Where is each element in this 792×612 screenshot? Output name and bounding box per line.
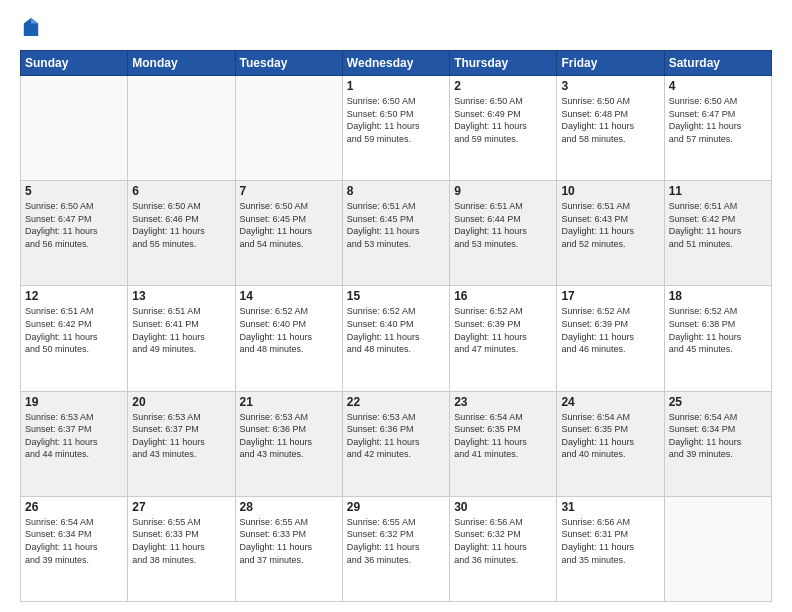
- day-number: 25: [669, 395, 767, 409]
- weekday-header-thursday: Thursday: [450, 51, 557, 76]
- day-info: Sunrise: 6:50 AM Sunset: 6:45 PM Dayligh…: [240, 200, 338, 250]
- svg-marker-1: [31, 18, 38, 23]
- calendar-day-cell: 12Sunrise: 6:51 AM Sunset: 6:42 PM Dayli…: [21, 286, 128, 391]
- day-info: Sunrise: 6:51 AM Sunset: 6:41 PM Dayligh…: [132, 305, 230, 355]
- day-number: 4: [669, 79, 767, 93]
- calendar-day-cell: 14Sunrise: 6:52 AM Sunset: 6:40 PM Dayli…: [235, 286, 342, 391]
- calendar-day-cell: 27Sunrise: 6:55 AM Sunset: 6:33 PM Dayli…: [128, 496, 235, 601]
- day-info: Sunrise: 6:50 AM Sunset: 6:50 PM Dayligh…: [347, 95, 445, 145]
- day-number: 6: [132, 184, 230, 198]
- day-number: 12: [25, 289, 123, 303]
- day-number: 28: [240, 500, 338, 514]
- calendar-week-row: 12Sunrise: 6:51 AM Sunset: 6:42 PM Dayli…: [21, 286, 772, 391]
- day-info: Sunrise: 6:53 AM Sunset: 6:37 PM Dayligh…: [25, 411, 123, 461]
- calendar-day-cell: [664, 496, 771, 601]
- day-info: Sunrise: 6:51 AM Sunset: 6:44 PM Dayligh…: [454, 200, 552, 250]
- calendar-day-cell: 19Sunrise: 6:53 AM Sunset: 6:37 PM Dayli…: [21, 391, 128, 496]
- day-info: Sunrise: 6:53 AM Sunset: 6:36 PM Dayligh…: [347, 411, 445, 461]
- day-info: Sunrise: 6:52 AM Sunset: 6:39 PM Dayligh…: [454, 305, 552, 355]
- day-number: 22: [347, 395, 445, 409]
- calendar-day-cell: 3Sunrise: 6:50 AM Sunset: 6:48 PM Daylig…: [557, 76, 664, 181]
- calendar-day-cell: 21Sunrise: 6:53 AM Sunset: 6:36 PM Dayli…: [235, 391, 342, 496]
- day-number: 7: [240, 184, 338, 198]
- day-number: 23: [454, 395, 552, 409]
- calendar-day-cell: 6Sunrise: 6:50 AM Sunset: 6:46 PM Daylig…: [128, 181, 235, 286]
- calendar-day-cell: 8Sunrise: 6:51 AM Sunset: 6:45 PM Daylig…: [342, 181, 449, 286]
- calendar-day-cell: [21, 76, 128, 181]
- calendar-day-cell: 24Sunrise: 6:54 AM Sunset: 6:35 PM Dayli…: [557, 391, 664, 496]
- calendar-day-cell: 11Sunrise: 6:51 AM Sunset: 6:42 PM Dayli…: [664, 181, 771, 286]
- calendar-week-row: 5Sunrise: 6:50 AM Sunset: 6:47 PM Daylig…: [21, 181, 772, 286]
- calendar-week-row: 1Sunrise: 6:50 AM Sunset: 6:50 PM Daylig…: [21, 76, 772, 181]
- day-number: 2: [454, 79, 552, 93]
- day-info: Sunrise: 6:50 AM Sunset: 6:46 PM Dayligh…: [132, 200, 230, 250]
- day-number: 5: [25, 184, 123, 198]
- calendar-day-cell: 9Sunrise: 6:51 AM Sunset: 6:44 PM Daylig…: [450, 181, 557, 286]
- calendar-day-cell: 31Sunrise: 6:56 AM Sunset: 6:31 PM Dayli…: [557, 496, 664, 601]
- day-info: Sunrise: 6:54 AM Sunset: 6:34 PM Dayligh…: [669, 411, 767, 461]
- day-number: 14: [240, 289, 338, 303]
- day-info: Sunrise: 6:51 AM Sunset: 6:45 PM Dayligh…: [347, 200, 445, 250]
- weekday-header-tuesday: Tuesday: [235, 51, 342, 76]
- calendar-day-cell: 10Sunrise: 6:51 AM Sunset: 6:43 PM Dayli…: [557, 181, 664, 286]
- day-info: Sunrise: 6:50 AM Sunset: 6:47 PM Dayligh…: [669, 95, 767, 145]
- calendar-day-cell: 22Sunrise: 6:53 AM Sunset: 6:36 PM Dayli…: [342, 391, 449, 496]
- day-info: Sunrise: 6:51 AM Sunset: 6:42 PM Dayligh…: [25, 305, 123, 355]
- weekday-header-friday: Friday: [557, 51, 664, 76]
- calendar-day-cell: 15Sunrise: 6:52 AM Sunset: 6:40 PM Dayli…: [342, 286, 449, 391]
- calendar-day-cell: 29Sunrise: 6:55 AM Sunset: 6:32 PM Dayli…: [342, 496, 449, 601]
- calendar-day-cell: 13Sunrise: 6:51 AM Sunset: 6:41 PM Dayli…: [128, 286, 235, 391]
- day-number: 16: [454, 289, 552, 303]
- day-number: 27: [132, 500, 230, 514]
- calendar-day-cell: 20Sunrise: 6:53 AM Sunset: 6:37 PM Dayli…: [128, 391, 235, 496]
- calendar-day-cell: 5Sunrise: 6:50 AM Sunset: 6:47 PM Daylig…: [21, 181, 128, 286]
- weekday-header-sunday: Sunday: [21, 51, 128, 76]
- calendar-day-cell: 7Sunrise: 6:50 AM Sunset: 6:45 PM Daylig…: [235, 181, 342, 286]
- calendar-day-cell: 17Sunrise: 6:52 AM Sunset: 6:39 PM Dayli…: [557, 286, 664, 391]
- day-number: 9: [454, 184, 552, 198]
- day-number: 20: [132, 395, 230, 409]
- day-number: 26: [25, 500, 123, 514]
- weekday-header-saturday: Saturday: [664, 51, 771, 76]
- logo-icon: [22, 16, 40, 38]
- day-number: 21: [240, 395, 338, 409]
- day-number: 15: [347, 289, 445, 303]
- calendar-day-cell: 25Sunrise: 6:54 AM Sunset: 6:34 PM Dayli…: [664, 391, 771, 496]
- day-info: Sunrise: 6:56 AM Sunset: 6:32 PM Dayligh…: [454, 516, 552, 566]
- calendar-week-row: 19Sunrise: 6:53 AM Sunset: 6:37 PM Dayli…: [21, 391, 772, 496]
- header: [20, 16, 772, 42]
- day-info: Sunrise: 6:54 AM Sunset: 6:35 PM Dayligh…: [561, 411, 659, 461]
- day-info: Sunrise: 6:55 AM Sunset: 6:33 PM Dayligh…: [240, 516, 338, 566]
- weekday-header-monday: Monday: [128, 51, 235, 76]
- day-info: Sunrise: 6:52 AM Sunset: 6:40 PM Dayligh…: [347, 305, 445, 355]
- calendar-day-cell: 23Sunrise: 6:54 AM Sunset: 6:35 PM Dayli…: [450, 391, 557, 496]
- day-info: Sunrise: 6:50 AM Sunset: 6:47 PM Dayligh…: [25, 200, 123, 250]
- day-info: Sunrise: 6:55 AM Sunset: 6:32 PM Dayligh…: [347, 516, 445, 566]
- day-number: 8: [347, 184, 445, 198]
- weekday-header-row: SundayMondayTuesdayWednesdayThursdayFrid…: [21, 51, 772, 76]
- calendar-day-cell: 28Sunrise: 6:55 AM Sunset: 6:33 PM Dayli…: [235, 496, 342, 601]
- day-number: 31: [561, 500, 659, 514]
- logo: [20, 16, 40, 42]
- day-info: Sunrise: 6:51 AM Sunset: 6:42 PM Dayligh…: [669, 200, 767, 250]
- day-info: Sunrise: 6:51 AM Sunset: 6:43 PM Dayligh…: [561, 200, 659, 250]
- calendar-day-cell: 18Sunrise: 6:52 AM Sunset: 6:38 PM Dayli…: [664, 286, 771, 391]
- day-info: Sunrise: 6:53 AM Sunset: 6:36 PM Dayligh…: [240, 411, 338, 461]
- calendar-day-cell: 16Sunrise: 6:52 AM Sunset: 6:39 PM Dayli…: [450, 286, 557, 391]
- day-info: Sunrise: 6:52 AM Sunset: 6:38 PM Dayligh…: [669, 305, 767, 355]
- day-info: Sunrise: 6:54 AM Sunset: 6:35 PM Dayligh…: [454, 411, 552, 461]
- page: SundayMondayTuesdayWednesdayThursdayFrid…: [0, 0, 792, 612]
- day-info: Sunrise: 6:50 AM Sunset: 6:49 PM Dayligh…: [454, 95, 552, 145]
- calendar-day-cell: 4Sunrise: 6:50 AM Sunset: 6:47 PM Daylig…: [664, 76, 771, 181]
- day-info: Sunrise: 6:52 AM Sunset: 6:39 PM Dayligh…: [561, 305, 659, 355]
- weekday-header-wednesday: Wednesday: [342, 51, 449, 76]
- day-info: Sunrise: 6:52 AM Sunset: 6:40 PM Dayligh…: [240, 305, 338, 355]
- day-number: 18: [669, 289, 767, 303]
- day-info: Sunrise: 6:54 AM Sunset: 6:34 PM Dayligh…: [25, 516, 123, 566]
- calendar-day-cell: 2Sunrise: 6:50 AM Sunset: 6:49 PM Daylig…: [450, 76, 557, 181]
- day-number: 1: [347, 79, 445, 93]
- day-number: 10: [561, 184, 659, 198]
- calendar-table: SundayMondayTuesdayWednesdayThursdayFrid…: [20, 50, 772, 602]
- calendar-week-row: 26Sunrise: 6:54 AM Sunset: 6:34 PM Dayli…: [21, 496, 772, 601]
- calendar-day-cell: 26Sunrise: 6:54 AM Sunset: 6:34 PM Dayli…: [21, 496, 128, 601]
